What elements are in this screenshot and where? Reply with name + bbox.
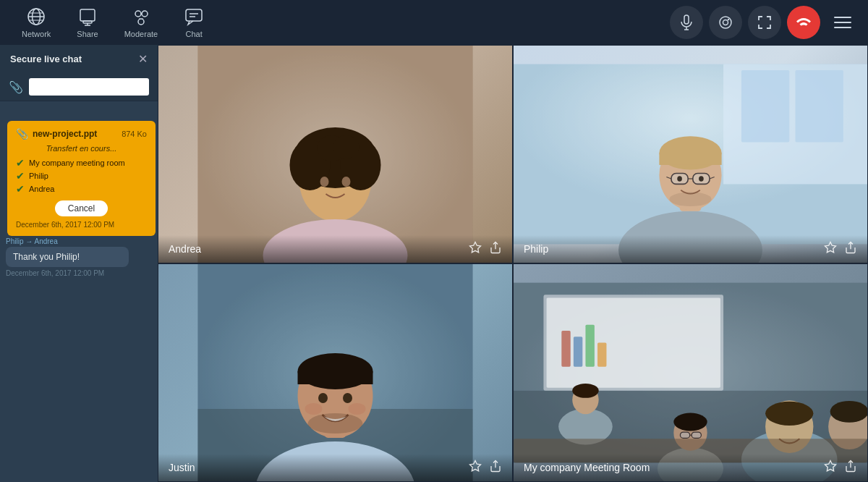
chat-sidebar: Secure live chat ✕ 📎 ➤ 📎 new-project.ppt… [0, 45, 158, 482]
moderate-button[interactable]: Moderate [111, 0, 171, 45]
attach-button[interactable]: 📎 [6, 79, 26, 96]
chat-label: Chat [186, 30, 203, 38]
svg-rect-18 [684, 15, 689, 24]
svg-point-90 [673, 413, 707, 431]
andrea-actions [469, 241, 502, 257]
room-star-button[interactable] [824, 460, 837, 475]
svg-rect-81 [561, 331, 570, 367]
svg-point-10 [142, 11, 148, 17]
share-button[interactable]: Share [64, 0, 111, 45]
philip-actions [824, 241, 857, 257]
room-person [514, 264, 867, 481]
svg-point-22 [723, 20, 728, 25]
chat-close-button[interactable]: ✕ [138, 52, 148, 66]
svg-rect-49 [659, 153, 721, 165]
andrea-name: Andrea [169, 243, 201, 255]
svg-marker-74 [470, 461, 481, 471]
file-info: 📎 new-project.ppt 874 Ko [16, 128, 147, 140]
philip-share-button[interactable] [844, 241, 857, 257]
recipient-2: ✔ Philip [16, 170, 147, 182]
video-cell-justin: Justin [158, 263, 513, 482]
svg-rect-91 [680, 432, 689, 438]
svg-point-73 [349, 403, 366, 415]
video-cell-room: My company Meeting Room [513, 263, 868, 482]
justin-label: Justin [158, 454, 512, 481]
svg-point-57 [669, 192, 711, 206]
philip-star-button[interactable] [824, 241, 837, 257]
transfer-status: Transfert en cours... [16, 144, 147, 153]
hangup-button[interactable] [787, 6, 820, 39]
file-size: 874 Ko [122, 130, 147, 138]
room-share-button[interactable] [844, 460, 857, 475]
fullscreen-button[interactable] [748, 6, 781, 39]
chat-input-row: 📎 ➤ [0, 73, 158, 101]
philip-name: Philip [524, 243, 548, 255]
file-timestamp: December 6th, 2017 12:00 PM [16, 221, 147, 229]
svg-marker-100 [825, 461, 836, 471]
recipient-3: ✔ Andrea [16, 183, 147, 195]
svg-rect-42 [741, 70, 789, 142]
chat-message-1: Philip → Andrea Thank you Philip! Decemb… [6, 237, 152, 277]
svg-point-35 [342, 177, 351, 187]
justin-actions [469, 460, 502, 475]
svg-rect-82 [574, 337, 582, 366]
andrea-share-button[interactable] [489, 241, 502, 257]
room-actions [824, 460, 857, 475]
svg-point-71 [308, 413, 363, 434]
file-transfer-popup: 📎 new-project.ppt 874 Ko Transfert en co… [7, 121, 156, 236]
check-icon-2: ✔ [16, 170, 25, 182]
justin-name: Justin [169, 462, 195, 473]
philip-person [514, 46, 867, 263]
svg-point-11 [138, 19, 144, 25]
andrea-person [158, 46, 512, 263]
svg-point-34 [320, 177, 329, 187]
chat-input[interactable] [29, 78, 149, 96]
svg-point-56 [699, 176, 704, 181]
share-label: Share [77, 30, 98, 38]
cancel-transfer-button[interactable]: Cancel [55, 200, 108, 216]
svg-rect-92 [692, 432, 701, 438]
andrea-star-button[interactable] [469, 241, 482, 257]
network-button[interactable]: Network [9, 0, 64, 45]
chat-messages: Philip → Andrea Thank you Philip! Decemb… [0, 232, 158, 482]
svg-marker-58 [825, 242, 836, 253]
chat-header: Secure live chat ✕ [0, 45, 158, 73]
video-grid: Andrea [158, 45, 868, 482]
transfer-recipients: ✔ My company meeting room ✔ Philip ✔ And… [16, 157, 147, 195]
andrea-label: Andrea [158, 235, 512, 263]
mic-button[interactable] [670, 6, 703, 39]
philip-label: Philip [514, 235, 867, 263]
main-toolbar: Network Share Moderate [0, 0, 868, 45]
msg-timestamp: December 6th, 2017 12:00 PM [6, 269, 152, 277]
recipient-name-3: Andrea [29, 185, 54, 193]
svg-point-72 [305, 403, 323, 415]
svg-point-9 [135, 11, 141, 17]
hamburger-line-2 [834, 22, 851, 23]
menu-button[interactable] [826, 6, 859, 39]
network-label: Network [22, 30, 51, 38]
svg-point-96 [765, 402, 813, 426]
svg-point-23 [728, 19, 729, 20]
justin-person [158, 264, 512, 481]
svg-point-55 [677, 176, 682, 181]
toolbar-right [670, 6, 859, 39]
video-cell-philip: Philip [513, 45, 868, 263]
justin-share-button[interactable] [489, 460, 502, 475]
svg-marker-37 [470, 242, 481, 253]
recipient-1: ✔ My company meeting room [16, 157, 147, 169]
recipient-name-2: Philip [29, 172, 48, 180]
chat-header-title: Secure live chat [10, 54, 82, 64]
svg-point-70 [343, 393, 352, 403]
svg-rect-5 [80, 9, 95, 21]
video-cell-andrea: Andrea [158, 45, 513, 263]
camera-button[interactable] [709, 6, 742, 39]
svg-point-69 [318, 393, 328, 403]
svg-rect-15 [186, 9, 202, 21]
room-name: My company Meeting Room [524, 462, 650, 473]
justin-star-button[interactable] [469, 460, 482, 475]
chat-button[interactable]: Chat [171, 0, 217, 45]
svg-rect-83 [585, 325, 594, 367]
chat-bubble: Thank you Philip! [6, 247, 129, 267]
svg-point-33 [333, 135, 359, 158]
toolbar-left: Network Share Moderate [9, 0, 217, 45]
